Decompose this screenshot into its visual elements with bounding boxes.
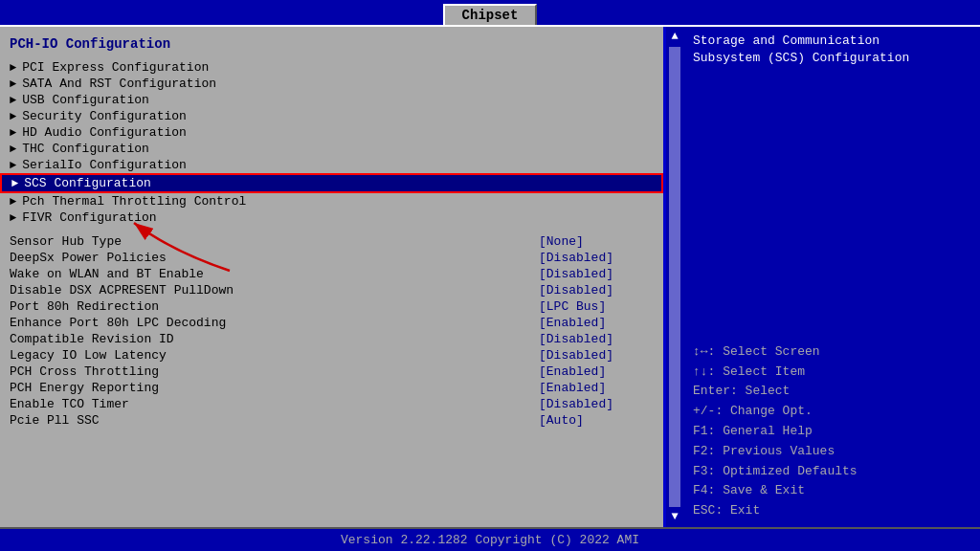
setting-wake-wlan: Wake on WLAN and BT Enable [Disabled] bbox=[0, 266, 663, 282]
scroll-thumb[interactable] bbox=[669, 47, 680, 507]
left-panel: PCH-IO Configuration ► PCI Express Confi… bbox=[0, 27, 666, 527]
setting-value[interactable]: [Disabled] bbox=[539, 283, 654, 298]
setting-port80: Port 80h Redirection [LPC Bus] bbox=[0, 298, 663, 315]
setting-legacy-io: Legacy IO Low Latency [Disabled] bbox=[0, 347, 663, 364]
menu-item-thermal[interactable]: ► Pch Thermal Throttling Control bbox=[0, 193, 663, 209]
right-panel-description: Storage and Communication Subsystem (SCS… bbox=[693, 33, 970, 67]
setting-label: DeepSx Power Policies bbox=[10, 251, 539, 265]
arrow-icon: ► bbox=[10, 110, 16, 123]
menu-item-sata[interactable]: ► SATA And RST Configuration bbox=[0, 76, 663, 92]
setting-tco-timer: Enable TCO Timer [Disabled] bbox=[0, 396, 663, 412]
setting-value[interactable]: [Disabled] bbox=[539, 348, 654, 363]
key-label: ↑↓: Select Item bbox=[693, 364, 805, 379]
help-select-screen: ↕↔: Select Screen bbox=[693, 342, 970, 363]
setting-value[interactable]: [Enabled] bbox=[539, 364, 654, 379]
setting-value[interactable]: [Enabled] bbox=[539, 381, 654, 395]
key-label: F3: Optimized Defaults bbox=[693, 464, 858, 478]
setting-value[interactable]: [Disabled] bbox=[539, 267, 654, 281]
app: Aptio Setup - AMI Chipset PCH-IO Configu… bbox=[0, 0, 980, 551]
setting-value[interactable]: [Auto] bbox=[539, 413, 654, 428]
menu-item-hdaudio[interactable]: ► HD Audio Configuration bbox=[0, 124, 663, 141]
key-label: F4: Save & Exit bbox=[693, 483, 805, 497]
header: Aptio Setup - AMI Chipset bbox=[0, 0, 980, 25]
help-keys: ↕↔: Select Screen ↑↓: Select Item Enter:… bbox=[683, 337, 980, 527]
setting-label: Sensor Hub Type bbox=[10, 234, 539, 249]
key-label: F1: General Help bbox=[693, 424, 813, 438]
setting-label: Legacy IO Low Latency bbox=[10, 348, 539, 363]
key-label: ESC: Exit bbox=[693, 503, 760, 518]
setting-sensor-hub: Sensor Hub Type [None] bbox=[0, 233, 663, 250]
setting-deepsx: DeepSx Power Policies [Disabled] bbox=[0, 250, 663, 266]
help-enter: Enter: Select bbox=[693, 382, 970, 402]
menu-label: USB Configuration bbox=[22, 93, 149, 107]
setting-value[interactable]: [Enabled] bbox=[539, 316, 654, 330]
menu-label: FIVR Configuration bbox=[22, 210, 156, 225]
menu-label: SerialIo Configuration bbox=[22, 158, 187, 172]
arrow-icon: ► bbox=[10, 77, 16, 91]
setting-label: Wake on WLAN and BT Enable bbox=[10, 267, 539, 281]
menu-label: THC Configuration bbox=[22, 142, 149, 156]
footer: Version 2.22.1282 Copyright (C) 2022 AMI bbox=[0, 527, 980, 551]
setting-pcie-pll: Pcie Pll SSC [Auto] bbox=[0, 412, 663, 429]
arrow-icon: ► bbox=[10, 211, 16, 225]
arrow-icon: ► bbox=[11, 177, 18, 190]
scroll-down-icon[interactable]: ▼ bbox=[671, 509, 678, 525]
setting-value[interactable]: [Disabled] bbox=[539, 397, 654, 411]
arrow-icon: ► bbox=[10, 61, 16, 75]
menu-list: ► PCI Express Configuration ► SATA And R… bbox=[0, 59, 663, 226]
setting-value[interactable]: [Disabled] bbox=[539, 251, 654, 265]
scroll-up-icon[interactable]: ▲ bbox=[671, 29, 678, 45]
content-area: PCH-IO Configuration ► PCI Express Confi… bbox=[0, 27, 683, 527]
panel-title: PCH-IO Configuration bbox=[0, 33, 663, 59]
footer-text: Version 2.22.1282 Copyright (C) 2022 AMI bbox=[341, 533, 639, 547]
scrollbar[interactable]: ▲ ▼ bbox=[666, 27, 683, 527]
menu-item-security[interactable]: ► Security Configuration bbox=[0, 108, 663, 124]
arrow-icon: ► bbox=[10, 126, 16, 140]
menu-label: PCI Express Configuration bbox=[22, 60, 209, 75]
setting-label: Enable TCO Timer bbox=[10, 397, 539, 411]
arrow-icon: ► bbox=[10, 195, 16, 209]
arrow-icon: ► bbox=[10, 94, 16, 107]
setting-dsx: Disable DSX ACPRESENT PullDown [Disabled… bbox=[0, 282, 663, 298]
right-panel: Storage and Communication Subsystem (SCS… bbox=[683, 27, 980, 527]
menu-item-serialio[interactable]: ► SerialIo Configuration bbox=[0, 157, 663, 173]
menu-label: HD Audio Configuration bbox=[22, 125, 187, 140]
tab-chipset[interactable]: Chipset bbox=[443, 4, 538, 25]
setting-label: Disable DSX ACPRESENT PullDown bbox=[10, 283, 539, 298]
key-label: F2: Previous Values bbox=[693, 444, 835, 458]
menu-label: Pch Thermal Throttling Control bbox=[22, 194, 246, 209]
setting-label: Port 80h Redirection bbox=[10, 299, 539, 314]
setting-label: PCH Energy Reporting bbox=[10, 381, 539, 395]
help-f3: F3: Optimized Defaults bbox=[693, 462, 970, 482]
help-change-opt: +/-: Change Opt. bbox=[693, 402, 970, 422]
menu-item-thc[interactable]: ► THC Configuration bbox=[0, 141, 663, 157]
help-esc: ESC: Exit bbox=[693, 501, 970, 521]
menu-item-usb[interactable]: ► USB Configuration bbox=[0, 92, 663, 108]
setting-pch-cross: PCH Cross Throttling [Enabled] bbox=[0, 364, 663, 380]
setting-label: Pcie Pll SSC bbox=[10, 413, 539, 428]
setting-value[interactable]: [None] bbox=[539, 234, 654, 249]
setting-enhance-port80: Enhance Port 80h LPC Decoding [Enabled] bbox=[0, 315, 663, 331]
menu-label: Security Configuration bbox=[22, 109, 187, 123]
menu-label: SCS Configuration bbox=[24, 176, 151, 190]
setting-label: Compatible Revision ID bbox=[10, 332, 539, 346]
setting-compat-revision: Compatible Revision ID [Disabled] bbox=[0, 331, 663, 347]
menu-item-pci[interactable]: ► PCI Express Configuration bbox=[0, 59, 663, 76]
menu-item-scs[interactable]: ► SCS Configuration bbox=[0, 173, 663, 193]
setting-value[interactable]: [LPC Bus] bbox=[539, 299, 654, 314]
description-line1: Storage and Communication bbox=[693, 33, 880, 48]
setting-value[interactable]: [Disabled] bbox=[539, 332, 654, 346]
arrow-icon: ► bbox=[10, 143, 16, 156]
settings-list: Sensor Hub Type [None] DeepSx Power Poli… bbox=[0, 233, 663, 429]
help-f4: F4: Save & Exit bbox=[693, 481, 970, 501]
setting-pch-energy: PCH Energy Reporting [Enabled] bbox=[0, 380, 663, 396]
setting-label: PCH Cross Throttling bbox=[10, 364, 539, 379]
help-f1: F1: General Help bbox=[693, 422, 970, 442]
help-f2: F2: Previous Values bbox=[693, 442, 970, 462]
key-label: +/-: Change Opt. bbox=[693, 404, 813, 418]
menu-item-fivr[interactable]: ► FIVR Configuration bbox=[0, 209, 663, 226]
help-select-item: ↑↓: Select Item bbox=[693, 363, 970, 383]
key-label: Enter: Select bbox=[693, 384, 790, 398]
key-label: ↕↔: Select Screen bbox=[693, 344, 820, 359]
main-content: PCH-IO Configuration ► PCI Express Confi… bbox=[0, 25, 980, 527]
